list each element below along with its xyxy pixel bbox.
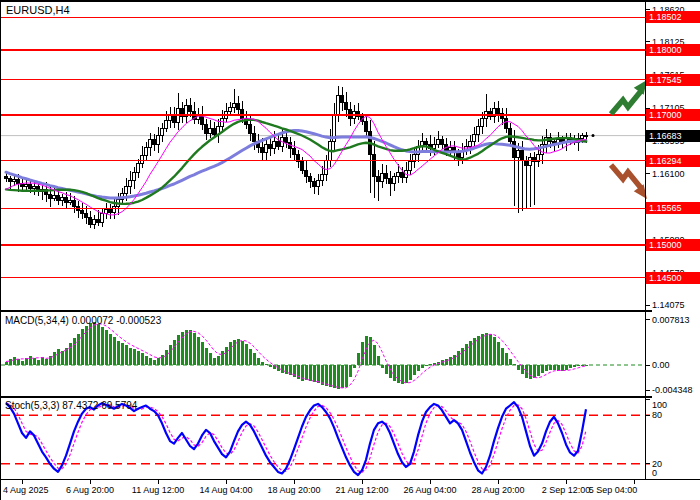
stoch-d-line [6,403,586,472]
time-tick-label: 21 Aug 12:00 [335,485,388,495]
price-level-badge: 1.14500 [646,272,700,284]
price-level-badge: 1.17000 [646,109,700,121]
price-level-badge: 1.16294 [646,155,700,167]
price-level-badge: 1.15000 [646,239,700,251]
time-tick-label: 18 Aug 20:00 [267,485,320,495]
price-tick-label: 1.16100 [652,169,685,179]
stoch-tick-label: 0 [652,468,657,478]
time-tick-label: 5 Sep 04:00 [589,485,638,495]
chart-canvas[interactable] [1,2,700,500]
down-trend-arrow[interactable] [611,165,647,199]
last-price-marker-dot [592,134,595,137]
symbol-timeframe-label: EURUSD,H4 [6,4,70,16]
macd-indicator-label: MACD(5,34,4) 0.000072 -0.000523 [5,315,161,326]
macd-tick-label: -0.004348 [652,385,693,395]
stoch-indicator-label: Stoch(5,3,3) 87.4372 69.5794 [5,400,137,411]
time-tick-label: 14 Aug 04:00 [199,485,252,495]
axis-tick-marks [22,9,650,484]
current-price-badge: 1.16683 [646,130,700,142]
price-level-badge: 1.17545 [646,74,700,86]
price-tick-label: 1.14075 [652,300,685,310]
price-level-badge: 1.18502 [646,11,700,23]
stoch-tick-label: 100 [652,400,667,410]
price-level-badge: 1.18000 [646,44,700,56]
macd-tick-label: 0.007813 [652,315,690,325]
time-tick-label: 28 Aug 20:00 [471,485,524,495]
stoch-tick-label: 80 [652,410,662,420]
up-trend-arrow[interactable] [611,80,647,114]
time-tick-label: 11 Aug 12:00 [132,485,184,495]
time-tick-label: 4 Aug 2025 [3,485,49,495]
time-tick-label: 6 Aug 20:00 [66,485,114,495]
macd-histogram [5,322,588,389]
time-tick-label: 26 Aug 04:00 [403,485,456,495]
time-tick-label: 2 Sep 12:00 [542,485,591,495]
macd-tick-label: 0.00 [652,360,670,370]
chart-window: EURUSD,H4 MACD(5,34,4) 0.000072 -0.00052… [0,0,700,500]
price-level-badge: 1.15565 [646,202,700,214]
